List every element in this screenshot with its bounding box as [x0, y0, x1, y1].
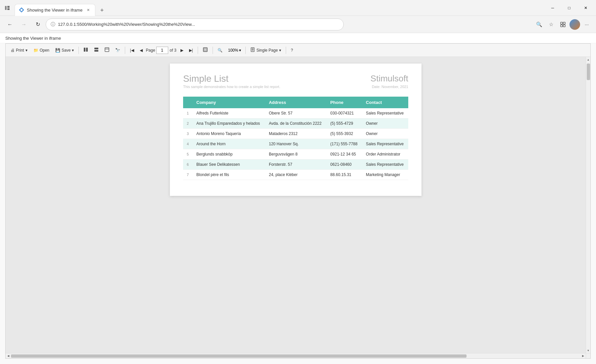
page-label: Page: [146, 48, 155, 53]
layout-button-3[interactable]: [102, 46, 112, 54]
h-scroll-track: [11, 354, 580, 358]
full-screen-button[interactable]: [200, 46, 210, 54]
viewer-scroll-container[interactable]: Simple List Stimulsoft This sample demon…: [6, 57, 586, 353]
scroll-left-button[interactable]: ◀: [6, 353, 11, 359]
col-address: Address: [265, 97, 326, 108]
row-number: 4: [183, 139, 192, 149]
collections-icon[interactable]: [558, 19, 568, 30]
row-company: Antonio Moreno Taquería: [192, 129, 265, 139]
row-company: Around the Horn: [192, 139, 265, 149]
folder-icon: 📁: [33, 48, 38, 53]
scroll-thumb[interactable]: [587, 64, 590, 80]
zoom-control[interactable]: 100% ▾: [226, 47, 243, 54]
search-icon[interactable]: 🔍: [534, 19, 544, 30]
row-number: 1: [183, 108, 192, 118]
close-button[interactable]: ✕: [578, 3, 593, 13]
scroll-track: [586, 62, 590, 348]
row-company: Ana Trujillo Emparedados y helados: [192, 118, 265, 129]
table-row: 7 Blondel père et fils 24, place Kléber …: [183, 170, 408, 180]
find-button[interactable]: 🔭: [113, 47, 123, 54]
row-number: 7: [183, 170, 192, 180]
first-page-button[interactable]: |◀: [127, 47, 136, 54]
title-bar: Showing the Viewer in iframe ✕ + ─ □ ✕: [0, 0, 596, 16]
col-company: Company: [192, 97, 265, 108]
row-address: 24, place Kléber: [265, 170, 326, 180]
row-address: Obere Str. 57: [265, 108, 326, 118]
window-controls-left: [3, 3, 12, 13]
col-phone: Phone: [326, 97, 362, 108]
report-table: Company Address Phone Contact 1 Alfreds …: [183, 97, 408, 180]
print-dropdown-icon: ▾: [25, 48, 27, 53]
vertical-scrollbar[interactable]: ▲ ▼: [586, 57, 590, 353]
report-brand: Stimulsoft: [371, 73, 408, 84]
row-company: Blondel père et fils: [192, 170, 265, 180]
tab-bar: Showing the Viewer in iframe ✕ +: [15, 0, 545, 16]
layout-button-1[interactable]: [81, 46, 90, 54]
back-button[interactable]: ←: [4, 19, 16, 30]
separator-3: [198, 47, 198, 54]
new-tab-button[interactable]: +: [97, 5, 107, 16]
report-date: Date: November, 2021: [372, 85, 408, 89]
row-contact: Sales Representative: [362, 139, 408, 149]
table-row: 2 Ana Trujillo Emparedados y helados Avd…: [183, 118, 408, 129]
minimize-button[interactable]: ─: [545, 3, 560, 13]
row-address: Berguvsvägen 8: [265, 149, 326, 159]
viewer-iframe: 🖨 Print ▾ 📁 Open 💾 Save ▾: [5, 43, 591, 359]
help-button[interactable]: ?: [288, 47, 295, 54]
next-page-button[interactable]: ▶: [178, 47, 186, 54]
row-company: Alfreds Futterkiste: [192, 108, 265, 118]
printer-icon: 🖨: [11, 48, 15, 53]
svg-rect-16: [204, 48, 207, 51]
row-phone: 030-0074321: [326, 108, 362, 118]
separator-4: [213, 47, 213, 54]
scroll-down-button[interactable]: ▼: [586, 348, 590, 353]
svg-rect-12: [94, 50, 98, 52]
row-phone: 88.60.15.31: [326, 170, 362, 180]
active-tab[interactable]: Showing the Viewer in iframe ✕: [15, 4, 95, 16]
svg-rect-13: [105, 48, 109, 52]
scroll-up-button[interactable]: ▲: [586, 57, 590, 62]
row-phone: 0921-12 34 65: [326, 149, 362, 159]
menu-button[interactable]: ···: [581, 19, 592, 30]
svg-rect-11: [94, 48, 98, 49]
last-page-button[interactable]: ▶|: [187, 47, 195, 54]
info-icon: ⓘ: [51, 22, 55, 27]
page-input[interactable]: [156, 47, 168, 54]
svg-rect-5: [561, 22, 563, 24]
tab-close-button[interactable]: ✕: [85, 7, 91, 13]
layout-icon-1: [83, 47, 88, 53]
layout-dropdown-button[interactable]: Single Page ▾: [248, 46, 283, 54]
window-controls-right: ─ □ ✕: [545, 3, 593, 13]
svg-rect-1: [7, 6, 10, 7]
prev-page-button[interactable]: ◀: [137, 47, 145, 54]
open-button[interactable]: 📁 Open: [31, 47, 52, 54]
table-row: 4 Around the Horn 120 Hanover Sq. (171) …: [183, 139, 408, 149]
h-scroll-thumb[interactable]: [11, 354, 467, 358]
horizontal-scrollbar[interactable]: ◀ ▶: [6, 353, 590, 358]
svg-rect-3: [7, 9, 10, 10]
forward-button[interactable]: →: [18, 19, 30, 30]
save-button[interactable]: 💾 Save ▾: [53, 47, 76, 54]
table-row: 1 Alfreds Futterkiste Obere Str. 57 030-…: [183, 108, 408, 118]
report-subtitle: This sample demonstrates how to create a…: [183, 85, 280, 89]
row-contact: Sales Representative: [362, 108, 408, 118]
refresh-button[interactable]: ↻: [32, 19, 44, 30]
zoom-search-button[interactable]: 🔍: [215, 47, 225, 54]
scroll-right-button[interactable]: ▶: [580, 353, 586, 359]
table-header-row: Company Address Phone Contact: [183, 97, 408, 108]
url-text: 127.0.0.1:5500/Working%20with%20Viewer/S…: [58, 22, 339, 27]
row-phone: (5) 555-3932: [326, 129, 362, 139]
table-row: 6 Blauer See Delikatessen Forsterstr. 57…: [183, 159, 408, 170]
separator-6: [286, 47, 286, 54]
address-bar[interactable]: ⓘ 127.0.0.1:5500/Working%20with%20Viewer…: [46, 19, 344, 30]
browser-window: Showing the Viewer in iframe ✕ + ─ □ ✕ ←…: [0, 0, 596, 364]
profile-avatar[interactable]: [570, 19, 580, 30]
maximize-button[interactable]: □: [562, 3, 577, 13]
favorites-icon[interactable]: ☆: [546, 19, 556, 30]
table-row: 3 Antonio Moreno Taquería Mataderos 2312…: [183, 129, 408, 139]
save-icon: 💾: [55, 48, 60, 53]
sidebar-toggle-icon[interactable]: [3, 3, 12, 13]
layout-button-2[interactable]: [92, 46, 101, 54]
svg-rect-6: [563, 22, 565, 24]
print-button[interactable]: 🖨 Print ▾: [8, 47, 30, 54]
